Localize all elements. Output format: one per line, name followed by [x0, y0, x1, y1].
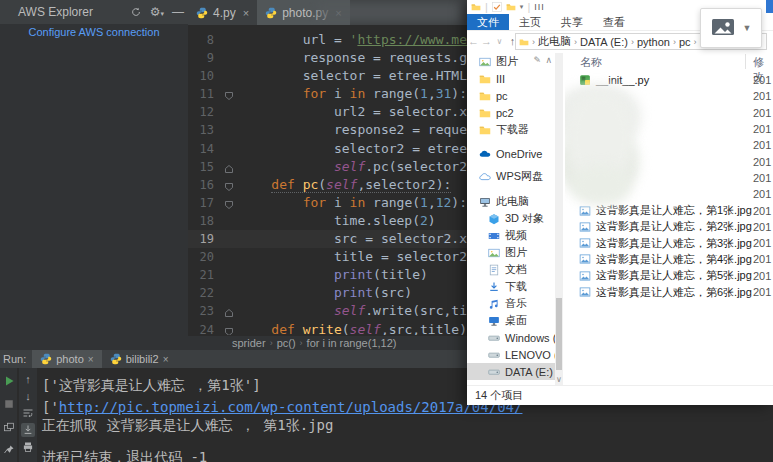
sidebar-item-pc2[interactable]: pc2 [467, 104, 555, 121]
run-tab-bilibili2[interactable]: bilibili2× [102, 350, 177, 368]
sidebar-item-3D 对象[interactable]: 3D 对象 [467, 210, 555, 227]
sort-asc-icon[interactable]: ˆ [653, 53, 656, 60]
picture-popup[interactable]: ▼ [700, 8, 762, 48]
print-icon[interactable] [21, 440, 35, 454]
editor-tab-4.py[interactable]: 4.py× [188, 0, 257, 25]
line-number: 12 [188, 103, 214, 121]
sidebar-item-label: OneDrive [496, 148, 542, 160]
sidebar-item-DATA (E:)[interactable]: DATA (E:) [467, 363, 555, 380]
sidebar-item-III[interactable]: III [467, 70, 555, 87]
sidebar-item-OneDrive[interactable]: OneDrive [467, 145, 555, 162]
rerun-icon[interactable] [2, 374, 16, 388]
sidebar-item-pc[interactable]: pc [467, 87, 555, 104]
aws-explorer-panel: AWS Explorer ⚙▾ — Configure AWS connecti… [0, 0, 188, 350]
address-segment[interactable]: DATA (E:) [580, 36, 628, 48]
ribbon-tab-文件[interactable]: 文件 [467, 14, 509, 30]
sidebar-item-桌面[interactable]: 桌面 [467, 312, 555, 329]
folder-icon [479, 124, 491, 136]
soft-wrap-icon[interactable] [21, 406, 35, 420]
file-date-modified: 201 [753, 74, 771, 86]
file-name: 这背影真是让人难忘，第4张.jpg [596, 252, 752, 267]
address-segment[interactable]: python [637, 36, 670, 48]
sidebar-item-图片[interactable]: 图片✎∧ [467, 53, 555, 70]
qat-customize-icon[interactable]: ▾ [520, 3, 524, 11]
sidebar-item-此电脑[interactable]: 此电脑 [467, 193, 555, 210]
file-row[interactable]: 这背影真是让人难忘，第2张.jpg201 [565, 219, 773, 235]
fold-expand-icon[interactable] [224, 88, 234, 100]
sidebar-item-WPS网盘[interactable]: WPS网盘 [467, 168, 555, 185]
line-number: 17 [188, 194, 214, 212]
sidebar-item-Windows (C:)[interactable]: Windows (C:) [467, 329, 555, 346]
folder-icon[interactable] [506, 2, 516, 12]
close-icon[interactable]: × [243, 7, 249, 19]
folder-icon [479, 73, 491, 85]
chevron-down-icon[interactable]: ▼ [743, 23, 752, 33]
console-link[interactable]: http://pic.topmeizi.com/wp-content/uploa… [59, 399, 523, 415]
checkmark-icon[interactable] [492, 2, 502, 12]
picture-icon[interactable] [711, 17, 735, 39]
ribbon-tab-共享[interactable]: 共享 [551, 14, 593, 30]
folder-icon [479, 107, 491, 119]
sidebar-item-图片[interactable]: 图片 [467, 244, 555, 261]
sidebar-item-视频[interactable]: 视频 [467, 227, 555, 244]
sidebar-scrollbar[interactable]: ∨ [555, 53, 563, 385]
file-row[interactable]: 这背影真是让人难忘，第4张.jpg201 [565, 251, 773, 267]
address-segment[interactable]: 此电脑 [538, 34, 571, 49]
breadcrumb-item[interactable]: for i in range(1,12) [307, 337, 397, 349]
file-row[interactable]: 这背影真是让人难忘，第5张.jpg201 [565, 268, 773, 284]
column-name[interactable]: 名称 [580, 55, 602, 70]
sidebar-item-文档[interactable]: 文档 [467, 261, 555, 278]
sidebar-item-下载器[interactable]: 下载器 [467, 121, 555, 138]
scroll-to-end-icon[interactable] [21, 423, 35, 437]
refresh-icon[interactable] [130, 6, 142, 18]
minimize-icon[interactable]: — [172, 5, 184, 19]
sidebar-item-下载[interactable]: 下载 [467, 278, 555, 295]
console-line: ['http://pic.topmeizi.com/wp-content/upl… [42, 398, 522, 416]
configure-aws-link[interactable]: Configure AWS connection [0, 26, 188, 38]
forward-icon[interactable]: → [480, 35, 493, 47]
fold-expand-icon[interactable] [224, 197, 234, 209]
close-icon[interactable]: × [88, 354, 94, 365]
ribbon-tab-主页[interactable]: 主页 [509, 14, 551, 30]
breadcrumb-item[interactable]: pc() [277, 337, 296, 349]
up-arrow-icon[interactable]: ↑ [21, 372, 35, 386]
history-dropdown-icon[interactable]: ∨ [493, 37, 506, 46]
ribbon-tab-查看[interactable]: 查看 [593, 14, 635, 30]
status-bar: 14 个项目 [467, 385, 773, 405]
scrollbar-thumb[interactable] [556, 298, 562, 370]
pin-icon[interactable] [2, 443, 16, 457]
code-text: selector2 = etree.H [240, 140, 483, 158]
restore-layout-icon[interactable] [2, 420, 16, 434]
stop-icon[interactable] [2, 397, 16, 411]
sidebar-item-音乐[interactable]: 音乐 [467, 295, 555, 312]
sidebar-item-label: pc2 [496, 107, 514, 119]
computer-icon [479, 196, 491, 208]
fold-expand-icon[interactable] [224, 179, 234, 191]
file-date-modified: 201 [753, 156, 771, 168]
folder-icon[interactable] [471, 2, 481, 12]
line-number: 15 [188, 158, 214, 176]
breadcrumb-item[interactable]: sprider [232, 337, 266, 349]
folder-icon [519, 37, 529, 47]
code-text: def write(self,src,title): [240, 321, 475, 336]
sidebar-item-LENOVO (D:)[interactable]: LENOVO (D:) [467, 346, 555, 363]
sidebar-item-label: 此电脑 [496, 194, 529, 209]
run-tab-photo[interactable]: photo× [32, 350, 101, 368]
fold-end-icon[interactable] [224, 305, 234, 317]
drive-icon [488, 332, 500, 344]
file-name: 这背影真是让人难忘，第6张.jpg [596, 285, 752, 300]
code-text: response2 = request [240, 121, 483, 139]
gear-icon[interactable]: ⚙▾ [150, 5, 164, 19]
fold-expand-icon[interactable] [224, 324, 234, 336]
scrollbar-down-icon[interactable]: ∨ [555, 375, 563, 385]
chevron-up-icon[interactable]: ∧ [545, 55, 552, 65]
file-row[interactable]: 这背影真是让人难忘，第3张.jpg201 [565, 235, 773, 251]
file-date-modified: 201 [753, 205, 771, 217]
close-icon[interactable]: × [163, 354, 169, 365]
pictures-icon [488, 247, 500, 259]
address-segment[interactable]: pc [679, 36, 691, 48]
down-arrow-icon[interactable]: ↓ [21, 389, 35, 403]
back-icon[interactable]: ← [467, 35, 480, 47]
file-row[interactable]: 这背影真是让人难忘，第6张.jpg201 [565, 284, 773, 300]
fold-end-icon[interactable] [224, 161, 234, 173]
